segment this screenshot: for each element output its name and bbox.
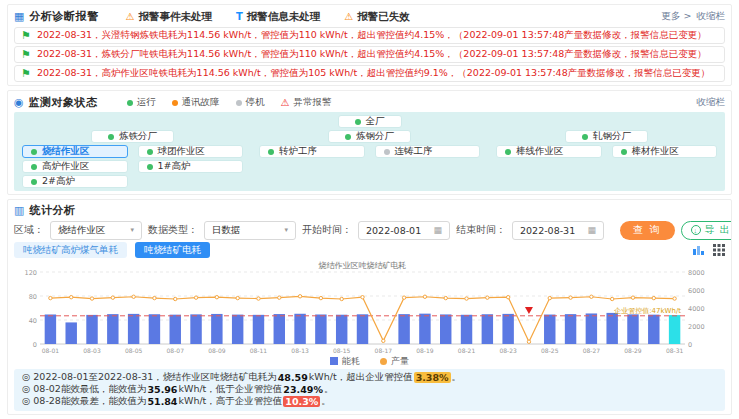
query-button[interactable]: 查 询: [620, 221, 675, 240]
tree-node[interactable]: 高炉作业区: [22, 160, 128, 173]
line-point: [673, 297, 676, 300]
status-dot: [268, 149, 274, 155]
tree-node[interactable]: 棒线作业区: [496, 145, 602, 158]
metric-tab-0[interactable]: 吨烧结矿高炉煤气单耗: [14, 242, 127, 258]
bar: [440, 314, 451, 344]
bar: [669, 315, 680, 344]
tree-node[interactable]: 炼铁分厂: [91, 130, 174, 143]
tree-node[interactable]: 2#高炉: [22, 175, 128, 188]
line-point: [49, 296, 52, 299]
region-label: 区域：: [14, 223, 44, 237]
line-point: [527, 340, 530, 343]
summary-part: ◎ 08-02能效最低，能效值为: [22, 384, 146, 396]
metric-tab-1[interactable]: 吨烧结矿电耗: [135, 242, 210, 258]
bar: [149, 314, 160, 344]
bar: [190, 314, 201, 344]
table-view-icon[interactable]: [713, 244, 725, 256]
alarm-row: ⚑2022-08-31，炼铁分厂吨铁电耗为114.56 kWh/t，管控值为11…: [14, 46, 725, 63]
alarm-tab-label: 报警已失效: [357, 10, 410, 24]
node-label: 炼铁分厂: [119, 130, 157, 143]
end-date-value: 2022-08-31: [520, 225, 575, 236]
tree-node[interactable]: 炼钢分厂: [328, 130, 411, 143]
tree-node[interactable]: 转炉工序: [259, 145, 365, 158]
stats-panel-header: ▥ 统计分析: [14, 203, 725, 218]
tree-node[interactable]: 球团作业区: [138, 145, 244, 158]
tree-node[interactable]: 1#高炉: [138, 160, 244, 173]
node-label: 棒材作业区: [632, 145, 680, 158]
bar: [315, 314, 326, 344]
svg-text:08-07: 08-07: [167, 347, 185, 354]
summary-part: 。: [321, 396, 331, 408]
bar: [65, 322, 76, 344]
bar: [274, 314, 285, 344]
summary-part: 23.49%: [283, 384, 323, 395]
chart-legend-item[interactable]: 能耗: [330, 355, 360, 368]
tree-node[interactable]: 烧结作业区: [22, 145, 128, 158]
alarm-tab-label: 报警信息未处理: [247, 10, 321, 24]
bar: [398, 314, 409, 344]
tree-node[interactable]: 全厂: [338, 115, 402, 128]
line-point: [486, 296, 489, 299]
node-label: 连铸工序: [395, 145, 433, 158]
bar: [336, 315, 347, 344]
line-point: [340, 297, 343, 300]
start-date-label: 开始时间：: [302, 223, 352, 237]
chart-legend-label: 产量: [391, 355, 409, 368]
export-button[interactable]: ↓ 导 出: [681, 221, 732, 240]
summary-part: 。: [452, 372, 462, 384]
status-dot: [582, 134, 588, 140]
tree-group-2: 轧钢分厂棒线作业区棒材作业区: [496, 130, 717, 188]
node-label: 炼钢分厂: [356, 130, 394, 143]
bar: [482, 314, 493, 344]
status-dot: [127, 100, 133, 106]
stats-panel-icon: ▥: [14, 205, 24, 216]
bar: [357, 314, 368, 344]
tree-node[interactable]: 连铸工序: [375, 145, 481, 158]
datatype-select[interactable]: 日数据 ▾: [204, 221, 296, 240]
node-label: 球团作业区: [158, 145, 206, 158]
region-select[interactable]: 烧结作业区 ▾: [50, 221, 142, 240]
line-point: [298, 295, 301, 298]
tree-children: 转炉工序连铸工序: [259, 145, 480, 158]
alarm-list: ⚑2022-08-31，兴澄特钢炼铁电耗为114.56 kWh/t，管控值为11…: [14, 27, 725, 82]
summary-part: kWh/t，低于企业管控值: [178, 384, 282, 396]
alarm-message: 2022-08-31，炼铁分厂吨铁电耗为114.56 kWh/t，管控值为110…: [37, 48, 707, 61]
svg-text:0: 0: [33, 340, 37, 348]
alarm-tab-label: 报警事件未处理: [138, 10, 212, 24]
tree-node[interactable]: 轧钢分厂: [565, 130, 648, 143]
alarm-panel-title: 分析诊断报警: [29, 9, 98, 24]
bar: [253, 315, 264, 344]
alarm-tab-2[interactable]: ⚠报警已失效: [344, 10, 409, 24]
collapse-alarm-link[interactable]: 收缩栏: [697, 10, 726, 23]
status-dot: [355, 119, 361, 125]
status-dot: [345, 134, 351, 140]
line-point: [132, 295, 135, 298]
energy-chart: 烧结作业区吨烧结矿电耗0408012002000400060008000企业管控…: [14, 260, 725, 356]
status-dot: [31, 164, 37, 170]
calendar-icon: ▦: [587, 226, 596, 235]
end-date-label: 结束时间：: [456, 223, 506, 237]
chevron-down-icon: ▾: [284, 227, 288, 234]
bar: [107, 314, 118, 344]
svg-text:4000: 4000: [688, 304, 705, 312]
alarm-tab-0[interactable]: ⚠报警事件未处理: [125, 10, 211, 24]
alarm-marker-icon: [525, 307, 533, 314]
start-date-input[interactable]: 2022-08-01 ▦: [358, 221, 450, 240]
svg-text:08-29: 08-29: [624, 347, 642, 354]
status-dot: [172, 100, 178, 106]
chart-legend-item[interactable]: 产量: [380, 355, 409, 368]
status-dot: [147, 149, 153, 155]
flag-icon: ⚑: [21, 68, 31, 79]
summary-part: 3.38%: [414, 372, 451, 383]
alarm-tab-1[interactable]: T报警信息未处理: [236, 10, 320, 24]
collapse-monitor-link[interactable]: 收缩栏: [697, 96, 726, 109]
end-date-input[interactable]: 2022-08-31 ▦: [512, 221, 604, 240]
line-point: [319, 296, 322, 299]
legend-item: 通讯故障: [172, 96, 220, 109]
bar: [232, 315, 243, 344]
more-link[interactable]: 更多 >: [662, 10, 692, 23]
chart-view-icon[interactable]: [692, 244, 705, 256]
chart-title: 烧结作业区吨烧结矿电耗: [319, 261, 407, 270]
summary-line: ◎ 2022-08-01至2022-08-31，烧结作业区吨烧结矿电耗为48.5…: [22, 372, 717, 384]
tree-node[interactable]: 棒材作业区: [612, 145, 718, 158]
